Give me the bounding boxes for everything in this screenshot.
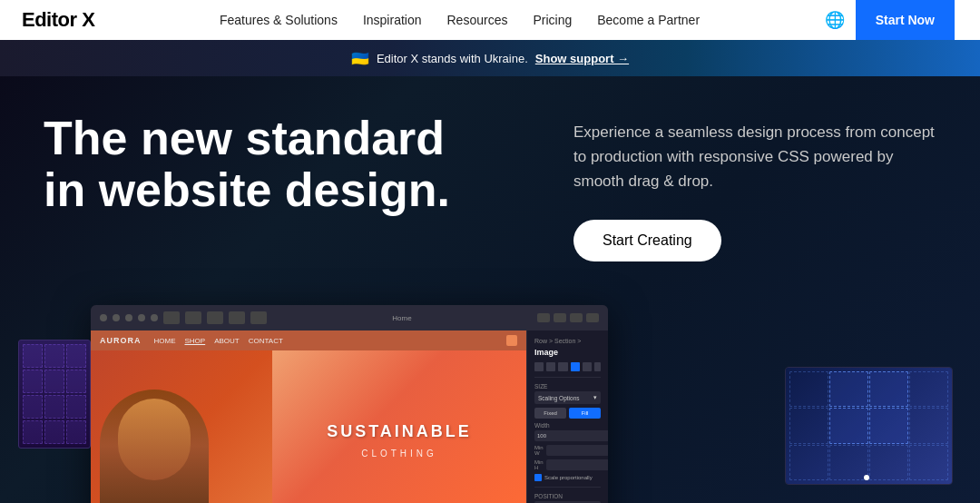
panel-scale-btns: Fixed Fill — [534, 408, 601, 419]
panel-format-active — [571, 362, 580, 371]
navbar: Editor X Features & Solutions Inspiratio… — [0, 0, 980, 40]
grid-cell-4 — [909, 371, 948, 407]
canvas-site-logo: AURORA — [100, 336, 142, 345]
editor-preview: Home AURORA HOME SHOP — [91, 305, 608, 503]
small-cell-7 — [23, 395, 43, 419]
panel-scaling-select[interactable]: Scaling Options ▾ — [534, 391, 601, 404]
small-cell-4 — [23, 370, 43, 393]
banner-text: Editor X stands with Ukraine. — [377, 52, 528, 65]
editor-canvas: AURORA HOME SHOP ABOUT CONTACT — [91, 330, 526, 503]
nav-features-solutions[interactable]: Features & Solutions — [220, 13, 338, 27]
nav-resources[interactable]: Resources — [447, 13, 508, 27]
grid-cell-3 — [869, 371, 908, 407]
toolbar-right-item-1 — [537, 313, 550, 322]
panel-width-row: % px — [534, 430, 601, 441]
grid-cell-12 — [909, 445, 948, 480]
small-cell-9 — [66, 395, 86, 419]
floating-corner-dot — [864, 475, 869, 480]
panel-fill-btn[interactable]: Fill — [569, 408, 601, 419]
nav-inspiration[interactable]: Inspiration — [363, 13, 422, 27]
canvas-right-panel: SUSTAINABLE CLOTHING — [272, 350, 526, 503]
canvas-person-image — [100, 390, 209, 503]
panel-format-b — [534, 362, 544, 371]
floating-inner-grid — [786, 368, 952, 484]
grid-cell-2 — [829, 371, 868, 407]
panel-format-row — [534, 362, 601, 371]
panel-width-input[interactable] — [534, 430, 608, 441]
hero-section: The new standard in website design. Expe… — [0, 76, 980, 503]
nav-partner[interactable]: Become a Partner — [597, 13, 700, 27]
grid-cell-8 — [909, 408, 948, 443]
panel-format-i — [546, 362, 555, 371]
small-cell-12 — [66, 420, 86, 444]
canvas-body: SUSTAINABLE CLOTHING — [91, 350, 526, 503]
small-cell-3 — [66, 344, 86, 368]
panel-image-title: Image — [534, 348, 601, 357]
panel-position-label: POSITION — [534, 493, 601, 499]
hero-description: Experience a seamless design process fro… — [573, 120, 936, 194]
hero-title: The new standard in website design. — [44, 113, 497, 216]
panel-minh-input[interactable] — [546, 459, 608, 470]
canvas-nav: HOME SHOP ABOUT CONTACT — [154, 337, 283, 345]
small-cell-1 — [23, 344, 43, 368]
small-cell-11 — [44, 420, 64, 444]
hero-right: Experience a seamless design process fro… — [573, 113, 936, 261]
ukraine-banner: 🇺🇦 Editor X stands with Ukraine. Show su… — [0, 40, 980, 76]
ukraine-flag: 🇺🇦 — [351, 50, 369, 67]
show-support-link[interactable]: Show support → — [535, 52, 629, 65]
editor-main: AURORA HOME SHOP ABOUT CONTACT — [91, 330, 608, 503]
toolbar-dot-5 — [151, 314, 158, 321]
toolbar-item-5 — [250, 311, 267, 324]
nav-pricing[interactable]: Pricing — [533, 13, 572, 27]
panel-format-u — [558, 362, 567, 371]
canvas-header: AURORA HOME SHOP ABOUT CONTACT — [91, 330, 526, 350]
grid-cell-9 — [789, 445, 828, 480]
toolbar-right-item-4 — [586, 313, 599, 322]
hero-top: The new standard in website design. Expe… — [44, 113, 936, 261]
panel-minw-input[interactable] — [546, 445, 608, 456]
panel-minh-row: Min H Max H — [534, 459, 601, 470]
toolbar-right-items — [537, 313, 599, 322]
start-now-button[interactable]: Start Now — [856, 0, 955, 40]
toolbar-item-4 — [229, 311, 245, 324]
panel-breadcrumb: Row > Section > — [534, 338, 601, 344]
toolbar-right-item-2 — [554, 313, 566, 322]
nav-links: Features & Solutions Inspiration Resourc… — [220, 12, 700, 28]
hero-left: The new standard in website design. — [44, 113, 519, 216]
toolbar-dot-4 — [138, 314, 145, 321]
start-creating-button[interactable]: Start Creating — [573, 220, 721, 261]
small-cell-6 — [66, 370, 86, 393]
canvas-left-panel — [91, 350, 272, 503]
panel-chevron-icon: ▾ — [593, 394, 597, 401]
panel-proportional-check[interactable] — [534, 474, 542, 481]
panel-scaling-label: Scaling Options — [538, 395, 580, 401]
toolbar-item-1 — [163, 311, 180, 324]
grid-cell-1 — [789, 371, 828, 407]
panel-width-label: Width — [534, 422, 601, 429]
canvas-website: AURORA HOME SHOP ABOUT CONTACT — [91, 330, 526, 503]
toolbar-page-label: Home — [392, 314, 411, 322]
globe-icon[interactable]: 🌐 — [825, 10, 845, 30]
panel-minh-label: Min H — [534, 459, 544, 470]
panel-size-label: SIZE — [534, 383, 601, 390]
logo[interactable]: Editor X — [22, 8, 94, 32]
canvas-clothing-text: CLOTHING — [361, 449, 437, 459]
small-cell-5 — [44, 370, 64, 393]
canvas-nav-shop: SHOP — [185, 337, 206, 345]
canvas-nav-icon — [506, 335, 517, 346]
floating-design-panel — [785, 367, 953, 485]
editor-toolbar: Home — [91, 305, 608, 330]
editor-right-panel: Row > Section > Image SIZE Scaling Optio… — [526, 330, 608, 503]
grid-cell-5 — [789, 408, 828, 443]
grid-cell-7 — [869, 408, 908, 443]
canvas-nav-about: ABOUT — [214, 337, 240, 345]
panel-proportional-label: Scale proportionally — [544, 475, 593, 480]
panel-minw-label: Min W — [534, 445, 544, 456]
small-cell-10 — [23, 420, 43, 444]
grid-cell-10 — [829, 445, 868, 480]
panel-fixed-btn[interactable]: Fixed — [534, 408, 566, 419]
toolbar-right-item-3 — [570, 313, 583, 322]
toolbar-item-3 — [207, 311, 223, 324]
canvas-nav-home: HOME — [154, 337, 176, 345]
small-left-panel — [18, 340, 91, 449]
